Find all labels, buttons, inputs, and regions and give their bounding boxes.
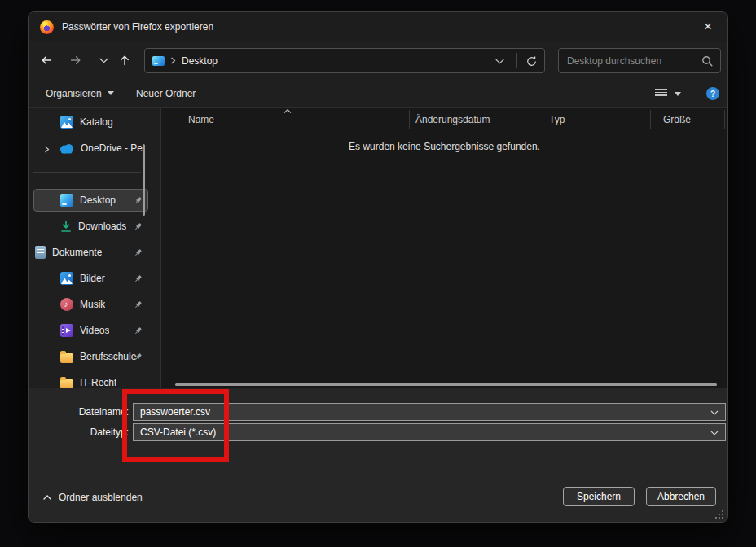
videos-icon — [60, 324, 73, 337]
sidebar-item-bilder[interactable]: Bilder — [33, 267, 148, 290]
help-button[interactable]: ? — [706, 87, 719, 100]
pin-icon — [134, 326, 143, 335]
pin-icon — [134, 248, 143, 257]
file-list-area: Name Änderungsdatum Typ Größe Es wurden … — [160, 108, 727, 388]
hide-folders-button[interactable]: Ordner ausblenden — [43, 490, 143, 505]
onedrive-icon — [59, 143, 74, 154]
chevron-down-icon — [99, 58, 108, 63]
firefox-icon — [40, 20, 54, 34]
filetype-select[interactable]: CSV-Datei (*.csv) — [133, 423, 726, 441]
folder-icon — [60, 353, 73, 363]
filename-input[interactable] — [134, 404, 725, 420]
chevron-down-icon — [495, 59, 504, 64]
sidebar-item-downloads[interactable]: Downloads — [33, 215, 148, 238]
pin-icon — [134, 274, 143, 283]
search-input[interactable] — [559, 49, 720, 72]
gallery-icon — [60, 116, 73, 129]
column-header-row: Name Änderungsdatum Typ Größe — [161, 110, 726, 129]
organize-menu-button[interactable]: Organisieren — [46, 79, 114, 107]
downloads-icon — [60, 221, 72, 233]
sidebar-item-berufsschule[interactable]: Berufsschule — [33, 345, 148, 368]
back-button[interactable] — [35, 49, 58, 72]
refresh-button[interactable] — [519, 51, 543, 71]
combobox-chevron-icon — [710, 431, 719, 435]
folder-icon — [60, 379, 73, 389]
sort-ascending-icon — [284, 109, 292, 113]
close-button[interactable]: × — [693, 15, 723, 39]
sidebar-item-videos[interactable]: Videos — [33, 319, 148, 342]
cancel-button[interactable]: Abbrechen — [646, 487, 716, 506]
breadcrumb-chevron-icon — [170, 57, 176, 64]
up-icon — [118, 54, 131, 67]
navigation-bar: Desktop — [29, 42, 727, 79]
save-button[interactable]: Speichern — [563, 487, 635, 506]
empty-results-message: Es wurden keine Suchergebnisse gefunden. — [161, 141, 727, 152]
music-icon — [60, 298, 73, 311]
horizontal-scrollbar-thumb[interactable] — [175, 383, 717, 386]
pin-icon — [134, 352, 143, 361]
forward-icon — [69, 54, 82, 67]
screen: { "titlebar": { "title": "Passwörter von… — [0, 0, 756, 547]
command-bar: Organisieren Neuer Ordner ? — [29, 79, 727, 108]
navigation-pane: Katalog OneDrive - Pers Desktop Download… — [29, 108, 160, 388]
refresh-icon — [525, 55, 538, 68]
new-folder-label: Neuer Ordner — [136, 88, 196, 99]
address-bar[interactable]: Desktop — [144, 48, 545, 73]
forward-button[interactable] — [64, 49, 87, 72]
dialog-title: Passwörter von Firefox exportieren — [62, 21, 213, 33]
history-dropdown-button[interactable] — [92, 49, 115, 72]
pin-icon — [134, 196, 143, 205]
filename-field — [133, 403, 726, 421]
column-header-size[interactable]: Größe — [651, 110, 725, 129]
dropdown-caret-icon — [108, 91, 114, 95]
divider — [516, 53, 517, 68]
combobox-chevron-icon[interactable] — [710, 410, 719, 415]
filetype-selected-option: CSV-Datei (*.csv) — [134, 427, 216, 438]
up-button[interactable] — [113, 49, 136, 72]
sidebar-divider — [33, 172, 141, 173]
titlebar: Passwörter von Firefox exportieren — [29, 12, 727, 42]
export-passwords-dialog: Passwörter von Firefox exportieren × Des… — [28, 11, 728, 523]
desktop-location-icon — [152, 56, 165, 66]
search-icon — [701, 55, 713, 67]
back-icon — [40, 54, 53, 67]
organize-label: Organisieren — [46, 88, 102, 99]
close-icon: × — [704, 19, 712, 35]
sidebar-item-desktop[interactable]: Desktop — [33, 189, 148, 212]
resize-grip[interactable] — [715, 510, 723, 519]
desktop-icon — [60, 194, 73, 207]
filetype-label: Dateityp: — [29, 423, 129, 441]
search-box — [558, 48, 721, 73]
breadcrumb-location[interactable]: Desktop — [182, 55, 218, 67]
sidebar-item-katalog[interactable]: Katalog — [33, 111, 148, 133]
filename-label: Dateiname: — [29, 403, 129, 421]
dropdown-caret-icon — [675, 92, 681, 96]
sidebar-item-dokumente[interactable]: Dokumente — [33, 241, 148, 264]
details-view-icon[interactable] — [655, 89, 667, 98]
column-header-modified[interactable]: Änderungsdatum — [410, 110, 538, 129]
sidebar-item-onedrive[interactable]: OneDrive - Pers — [33, 137, 148, 160]
bottom-panel: Dateiname: Dateityp: CSV-Datei (*.csv) O… — [29, 388, 727, 522]
chevron-up-icon — [43, 495, 51, 500]
column-header-type[interactable]: Typ — [538, 110, 651, 129]
view-dropdown-button[interactable] — [675, 92, 681, 96]
documents-icon — [35, 246, 46, 259]
pin-icon — [134, 222, 143, 231]
expand-chevron-icon[interactable] — [44, 146, 50, 153]
new-folder-button[interactable]: Neuer Ordner — [136, 79, 196, 107]
address-dropdown-button[interactable] — [495, 59, 504, 64]
help-icon: ? — [710, 90, 715, 98]
sidebar-item-musik[interactable]: Musik — [33, 293, 148, 316]
pictures-icon — [60, 272, 73, 285]
hide-folders-label: Ordner ausblenden — [59, 492, 143, 503]
pin-icon — [134, 300, 143, 309]
sidebar-scrollbar-thumb[interactable] — [143, 144, 145, 216]
